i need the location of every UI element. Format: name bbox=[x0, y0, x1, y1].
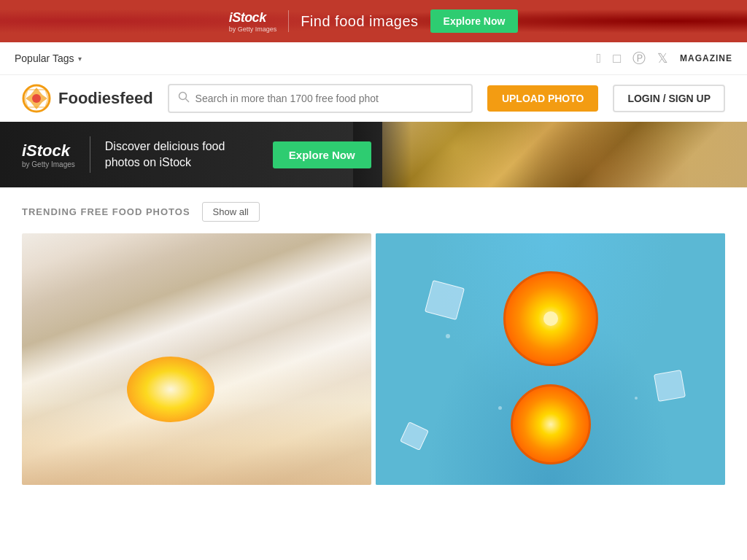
search-icon bbox=[178, 91, 190, 106]
trending-section: TRENDING FREE FOOD PHOTOS Show all bbox=[0, 187, 747, 485]
chevron-down-icon: ▾ bbox=[78, 55, 82, 63]
photo-grid bbox=[22, 233, 725, 485]
ice-cube-1 bbox=[425, 280, 465, 320]
orange-bottom bbox=[511, 384, 591, 464]
twitter-icon[interactable]: 𝕏 bbox=[657, 50, 668, 66]
istock-banner-food-image bbox=[382, 122, 747, 187]
getty-sub-top: by Getty Images bbox=[229, 26, 277, 33]
upload-photo-button[interactable]: UPLOAD PHOTO bbox=[487, 85, 599, 112]
search-input[interactable] bbox=[196, 93, 462, 104]
trending-header: TRENDING FREE FOOD PHOTOS Show all bbox=[22, 202, 725, 222]
svg-point-1 bbox=[32, 94, 41, 103]
header: Foodiesfeed UPLOAD PHOTO LOGIN / SIGN UP bbox=[0, 75, 747, 122]
search-bar bbox=[168, 84, 473, 113]
trending-title: TRENDING FREE FOOD PHOTOS bbox=[22, 206, 190, 217]
istock-brand-top: iStock bbox=[229, 10, 266, 26]
magazine-link[interactable]: MAGAZINE bbox=[680, 53, 732, 63]
ice-cube-3 bbox=[400, 421, 429, 451]
istock-logo-banner: iStock by Getty Images bbox=[22, 141, 75, 168]
orange-top bbox=[503, 271, 598, 366]
pinterest-icon[interactable]: Ⓟ bbox=[632, 50, 646, 67]
facebook-icon[interactable]:  bbox=[597, 51, 602, 66]
istock-logo-main: iStock bbox=[22, 141, 75, 160]
social-icons-group:  □ Ⓟ 𝕏 MAGAZINE bbox=[597, 50, 732, 67]
popular-tags-label: Popular Tags bbox=[15, 52, 74, 64]
photo-breakfast-image bbox=[22, 233, 371, 485]
logo-text: Foodiesfeed bbox=[58, 89, 153, 108]
logo-link[interactable]: Foodiesfeed bbox=[22, 84, 153, 113]
login-signup-button[interactable]: LOGIN / SIGN UP bbox=[613, 85, 725, 112]
istock-logo-top: iStock by Getty Images bbox=[229, 10, 277, 33]
istock-explore-button[interactable]: Explore Now bbox=[273, 141, 371, 168]
top-banner-content: iStock by Getty Images Find food images … bbox=[229, 9, 519, 33]
svg-point-2 bbox=[179, 93, 186, 100]
water-drop-1 bbox=[446, 334, 450, 338]
instagram-icon[interactable]: □ bbox=[613, 51, 621, 66]
show-all-button[interactable]: Show all bbox=[202, 202, 260, 222]
photo-orange-image bbox=[376, 233, 725, 485]
banner-divider bbox=[288, 10, 289, 32]
istock-banner[interactable]: iStock by Getty Images Discover deliciou… bbox=[0, 122, 747, 187]
istock-getty-sub: by Getty Images bbox=[22, 160, 75, 168]
banner-tagline: Find food images bbox=[301, 13, 418, 30]
ice-cube-2 bbox=[654, 370, 686, 402]
nav-bar: Popular Tags ▾  □ Ⓟ 𝕏 MAGAZINE bbox=[0, 42, 747, 75]
logo-icon bbox=[22, 84, 51, 113]
water-drop-3 bbox=[498, 406, 502, 410]
popular-tags-nav[interactable]: Popular Tags ▾ bbox=[15, 52, 82, 64]
istock-discover-text: Discover delicious food photos on iStock bbox=[105, 139, 251, 171]
egg-decoration bbox=[127, 357, 214, 422]
photo-card-orange[interactable] bbox=[376, 233, 725, 485]
banner-text-divider bbox=[90, 136, 90, 173]
water-drop-2 bbox=[635, 397, 638, 400]
istock-banner-left-content: iStock by Getty Images Discover deliciou… bbox=[0, 136, 393, 173]
top-explore-button[interactable]: Explore Now bbox=[430, 9, 519, 33]
svg-line-3 bbox=[185, 99, 189, 103]
top-banner: iStock by Getty Images Find food images … bbox=[0, 0, 747, 42]
photo-card-breakfast[interactable] bbox=[22, 233, 371, 485]
